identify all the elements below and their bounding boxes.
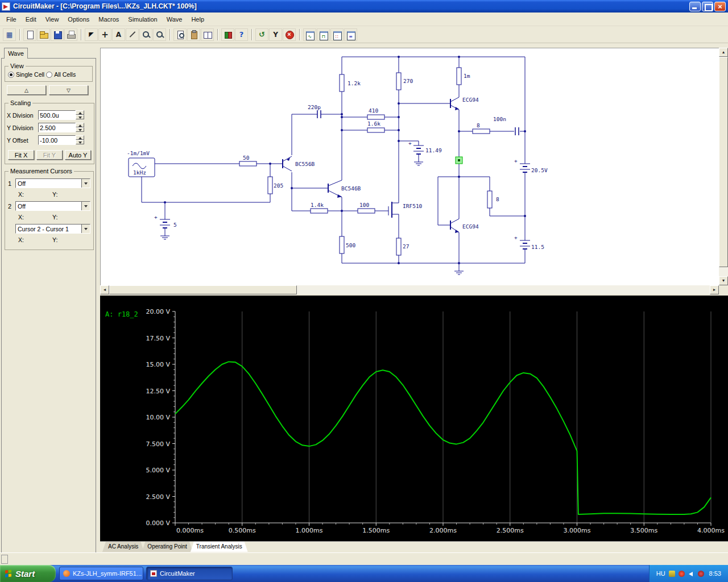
y-division-input[interactable] [38, 123, 76, 132]
chevron-down-icon[interactable] [81, 202, 90, 210]
resistor-100[interactable] [358, 209, 375, 213]
cursor-button[interactable] [85, 28, 98, 41]
split-view-button[interactable] [201, 28, 214, 41]
cursor-diff-select[interactable]: Cursor 2 - Cursor 1 [15, 224, 90, 234]
transistor-bc546b[interactable] [328, 180, 342, 198]
clipboard-button[interactable] [187, 28, 200, 41]
mixed-mode-button[interactable] [221, 28, 234, 41]
spinner-up-icon[interactable] [76, 110, 84, 115]
single-cell-radio[interactable]: Single Cell [8, 71, 44, 78]
spinner-down-icon[interactable] [76, 140, 84, 144]
spinner-up-icon[interactable] [76, 135, 84, 140]
cursor1-select[interactable]: Off [15, 178, 90, 188]
new-button[interactable] [23, 28, 36, 41]
transistor-bc556b[interactable] [283, 156, 292, 171]
resistor-1k6[interactable] [367, 128, 384, 132]
text-button[interactable] [112, 28, 125, 41]
resistor-50[interactable] [239, 161, 257, 166]
menu-wave[interactable]: Wave [162, 14, 187, 24]
volume-tray-icon[interactable] [688, 571, 694, 577]
zoom-out-button[interactable] [153, 28, 166, 41]
capacitor-100n[interactable] [515, 127, 519, 135]
minimize-button[interactable] [689, 2, 701, 11]
print-button[interactable] [64, 28, 77, 41]
y-division-spinner[interactable] [76, 123, 84, 132]
close-button[interactable] [714, 2, 726, 11]
maximize-button[interactable] [702, 2, 713, 11]
chevron-down-icon[interactable] [81, 225, 90, 233]
battery-20v5[interactable] [520, 164, 530, 172]
resistor-1m[interactable] [457, 68, 461, 85]
scope-xy-button[interactable] [330, 28, 344, 41]
resistor-500[interactable] [340, 236, 344, 253]
schematic-canvas[interactable]: 1.2k 270 1m 220p 410 1.6k 8 100n ECG94 -… [100, 48, 719, 285]
language-indicator[interactable]: HU [656, 570, 665, 577]
analog-digital-button[interactable] [3, 28, 16, 41]
fit-y-button[interactable]: Fit Y [36, 150, 63, 160]
menu-view[interactable]: View [41, 14, 64, 24]
scroll-down-arrow[interactable]: ▾ [719, 276, 728, 285]
scope-analog-button[interactable] [303, 28, 316, 41]
mosfet-irf510[interactable] [388, 202, 392, 218]
scope-meter-button[interactable] [344, 28, 357, 41]
capacitor-220p[interactable] [317, 110, 321, 118]
wave-tab[interactable]: Wave [4, 48, 28, 59]
resistor-27[interactable] [396, 238, 401, 255]
resistor-1k2[interactable] [340, 74, 344, 92]
scroll-up-button[interactable]: △ [7, 85, 46, 95]
menu-file[interactable]: File [2, 14, 21, 24]
resistor-8-out[interactable] [487, 191, 492, 208]
display-tray-icon[interactable] [669, 571, 675, 577]
scroll-up-arrow[interactable]: ▴ [719, 48, 728, 57]
scroll-left-arrow[interactable]: ◂ [100, 285, 109, 294]
start-button[interactable]: Start [0, 565, 56, 582]
menu-macros[interactable]: Macros [94, 14, 123, 24]
tab-operating-point[interactable]: Operating Point [142, 542, 193, 552]
scroll-right-arrow[interactable]: ▸ [710, 285, 719, 294]
find-button[interactable] [173, 28, 187, 41]
x-division-spinner[interactable] [76, 110, 84, 120]
x-division-input[interactable] [38, 110, 76, 120]
y-offset-input[interactable] [38, 135, 76, 145]
menu-simulation[interactable]: Simulation [123, 14, 162, 24]
vertical-scroll-thumb[interactable] [719, 57, 728, 267]
resistor-205[interactable] [268, 177, 272, 194]
tab-transient-analysis[interactable]: Transient Analysis [191, 542, 248, 552]
horizontal-scroll-thumb[interactable] [109, 285, 297, 294]
y-offset-spinner[interactable] [76, 135, 84, 145]
circuit-wires[interactable] [142, 57, 525, 271]
menu-help[interactable]: Help [187, 14, 209, 24]
messenger-tray-icon[interactable] [698, 571, 704, 577]
schematic-vertical-scrollbar[interactable]: ▴ ▾ [719, 48, 728, 285]
chevron-down-icon[interactable] [81, 179, 90, 188]
taskbar-window-document[interactable]: KZs-JLH_symm-IRF51... [59, 567, 143, 580]
spinner-down-icon[interactable] [76, 115, 84, 119]
probe-button[interactable] [269, 28, 282, 41]
scroll-down-button[interactable]: ▽ [49, 85, 88, 95]
help-button[interactable] [235, 28, 248, 41]
taskbar-window-circuitmaker[interactable]: CircuitMaker [146, 567, 233, 580]
save-button[interactable] [51, 28, 64, 41]
add-part-button[interactable] [98, 28, 111, 41]
fit-x-button[interactable]: Fit X [8, 150, 34, 160]
spinner-up-icon[interactable] [76, 123, 84, 127]
auto-y-button[interactable]: Auto Y [65, 150, 91, 160]
undo-button[interactable] [255, 28, 268, 41]
resistor-8-zobel[interactable] [473, 129, 490, 134]
tab-ac-analysis[interactable]: AC Analysis [102, 542, 144, 552]
waveform-plot[interactable]: 0.000 V2.500 V5.000 V7.500 V10.00 V12.50… [100, 296, 728, 541]
resistor-410[interactable] [367, 115, 384, 119]
transistor-ecg94-top[interactable] [450, 97, 459, 110]
wire-button[interactable] [126, 28, 139, 41]
resistor-1k4[interactable] [311, 209, 328, 213]
schematic-horizontal-scrollbar[interactable]: ◂ ▸ [100, 285, 719, 294]
all-cells-radio[interactable]: All Cells [46, 71, 76, 78]
battery-11v49[interactable] [413, 146, 424, 154]
menu-options[interactable]: Options [63, 14, 94, 24]
battery-11v5[interactable] [520, 240, 530, 249]
spinner-down-icon[interactable] [76, 127, 84, 132]
transistor-ecg94-bottom[interactable] [450, 219, 459, 233]
stop-button[interactable] [283, 28, 296, 41]
cursor2-select[interactable]: Off [15, 201, 90, 211]
resistor-270[interactable] [396, 73, 401, 90]
